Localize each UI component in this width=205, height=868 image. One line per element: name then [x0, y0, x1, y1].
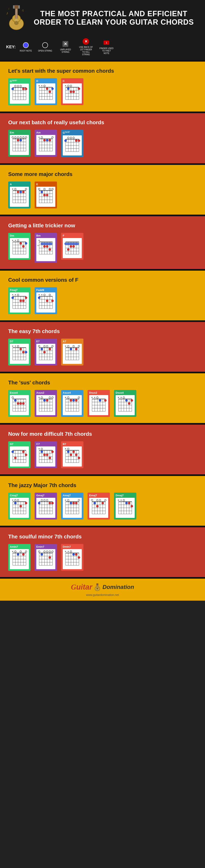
unplayed-symbol: ✕	[62, 40, 69, 48]
section-difficult-7th-title: Now for more difficult 7th chords	[8, 431, 197, 437]
chord-c7-grid: ✕	[36, 446, 55, 467]
svg-point-173	[22, 245, 25, 248]
svg-point-65	[70, 85, 72, 87]
divider-8	[0, 423, 205, 425]
root-note-label: ROOT NOTE	[20, 50, 32, 52]
svg-point-426	[72, 451, 75, 453]
svg-text:✕: ✕	[65, 345, 66, 347]
svg-point-259	[25, 351, 27, 353]
svg-point-389	[11, 451, 14, 453]
svg-point-205	[72, 245, 75, 248]
footer-logo: Guitar Domination	[71, 583, 134, 591]
svg-point-171	[17, 240, 19, 241]
chord-e: E	[35, 182, 57, 209]
svg-point-294	[75, 348, 77, 350]
section-really-useful: Our next batch of really useful chords E…	[0, 113, 205, 163]
svg-point-85	[23, 136, 24, 138]
chord-e7-name: E7	[36, 340, 55, 343]
svg-point-494	[105, 499, 106, 501]
svg-point-105	[48, 139, 51, 142]
section-difficult-7th-chords: G7	[8, 441, 197, 468]
open-string-icon	[42, 42, 48, 48]
svg-point-327	[46, 399, 48, 402]
svg-text:✕: ✕	[65, 397, 66, 399]
svg-point-409	[48, 457, 51, 459]
svg-text:✕: ✕	[65, 85, 66, 87]
svg-point-271	[38, 345, 40, 347]
footer-url: www.guitardomination.net	[86, 593, 119, 596]
footer-brand-guitar: Guitar	[71, 583, 92, 591]
svg-point-427	[75, 454, 77, 456]
chord-cmaj7-name: Cmaj7	[10, 494, 29, 497]
svg-text:✕: ✕	[12, 294, 13, 296]
chord-d: D ✕ ✕	[35, 78, 57, 105]
chord-c7: C7 ✕	[35, 441, 57, 468]
svg-point-240	[38, 297, 40, 299]
svg-point-514	[131, 505, 133, 507]
key-label: KEY:	[6, 44, 15, 49]
chord-asus2-name: Asus2	[36, 391, 55, 394]
chord-d-name: D	[36, 80, 55, 83]
svg-point-308	[17, 402, 19, 405]
chord-f: F	[61, 233, 83, 260]
key-unplayed: ✕ UNPLAYED STRING	[58, 40, 73, 53]
chord-a-grid: ✕	[10, 187, 29, 207]
svg-text:✕: ✕	[12, 551, 13, 553]
svg-text:✕: ✕	[65, 448, 66, 450]
svg-point-344	[75, 399, 77, 402]
section-sus: The 'sus' chords Esus4	[0, 373, 205, 423]
chord-e-name: E	[36, 183, 55, 186]
divider-7	[0, 372, 205, 373]
svg-point-458	[44, 499, 45, 501]
svg-point-461	[48, 502, 51, 504]
svg-point-325	[52, 397, 53, 398]
svg-point-135	[14, 188, 16, 190]
svg-point-358	[97, 397, 98, 398]
chord-cmaj7: Cmaj7 ✕	[8, 493, 31, 520]
chord-amin7-name: Amin7	[10, 545, 29, 548]
svg-point-7	[18, 7, 20, 9]
svg-point-492	[97, 499, 98, 501]
chord-gmaj7-name: Gmaj7	[36, 494, 55, 497]
svg-text:✕: ✕	[118, 397, 119, 399]
svg-text:✕: ✕	[120, 397, 122, 399]
svg-point-457	[41, 499, 43, 501]
svg-point-564	[72, 553, 75, 556]
chord-f-name: F	[63, 234, 82, 237]
svg-point-102	[52, 136, 53, 138]
chord-a7-grid: ✕	[63, 344, 82, 364]
svg-text:✕: ✕	[120, 499, 122, 501]
svg-point-32	[11, 88, 14, 90]
chord-d-grid: ✕ ✕	[36, 83, 55, 103]
chord-gmaj7-grid	[36, 498, 55, 518]
chord-dm-name: Dm	[10, 234, 29, 237]
svg-point-425	[70, 454, 72, 456]
chord-amaj7: Amaj7 ✕	[61, 493, 83, 520]
svg-point-410	[51, 451, 54, 453]
chord-g: G*pick*	[8, 78, 31, 105]
svg-point-120	[64, 140, 67, 142]
svg-point-476	[78, 499, 80, 501]
root-note-icon	[23, 42, 29, 48]
svg-point-139	[22, 191, 25, 193]
chord-bm-grid: 2fr ✕	[36, 238, 55, 261]
key-items-container: ROOT NOTE OPEN STRING ✕ UNPLAYED STRING …	[20, 38, 113, 56]
section-soulful-title: The soulful minor 7th chords	[8, 533, 197, 540]
svg-point-405	[41, 448, 43, 450]
svg-point-310	[22, 402, 25, 405]
chord-dsus2: Dsus2 ✕ ✕	[88, 390, 110, 417]
chord-dsus2-name: Dsus2	[89, 391, 108, 394]
svg-point-51	[51, 88, 54, 90]
svg-point-154	[52, 188, 53, 190]
svg-point-293	[70, 348, 72, 350]
svg-point-122	[78, 140, 80, 142]
chord-am-grid: ✕	[36, 135, 55, 155]
svg-point-324	[49, 397, 50, 398]
chord-dmaj7-grid: ✕ ✕	[115, 498, 135, 518]
svg-point-172	[20, 242, 22, 245]
svg-point-392	[25, 454, 27, 456]
svg-text:♪: ♪	[6, 11, 8, 15]
chord-fadd9: Fadd9 ✕ ✕	[35, 287, 57, 314]
svg-point-239	[49, 294, 50, 296]
chord-g2-name: G*pick*	[63, 131, 82, 134]
